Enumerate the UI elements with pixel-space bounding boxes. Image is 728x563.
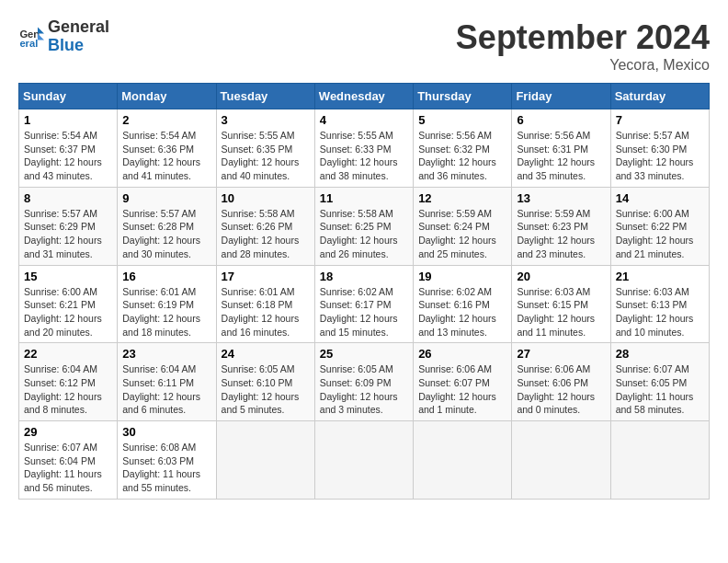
day-number: 9 bbox=[122, 191, 210, 205]
day-number: 8 bbox=[24, 191, 112, 205]
day-info: Sunrise: 5:55 AMSunset: 6:33 PMDaylight:… bbox=[320, 129, 408, 183]
calendar-cell bbox=[314, 421, 413, 500]
calendar-cell bbox=[512, 421, 610, 500]
day-number: 27 bbox=[517, 347, 605, 361]
day-info: Sunrise: 6:03 AMSunset: 6:13 PMDaylight:… bbox=[616, 285, 704, 339]
svg-marker-3 bbox=[38, 33, 44, 40]
day-number: 17 bbox=[222, 270, 310, 283]
month-title: September 2024 bbox=[456, 18, 710, 57]
calendar-week-row: 22Sunrise: 6:04 AMSunset: 6:12 PMDayligh… bbox=[19, 343, 710, 421]
day-number: 6 bbox=[517, 113, 605, 127]
calendar-week-row: 1Sunrise: 5:54 AMSunset: 6:37 PMDaylight… bbox=[19, 109, 710, 188]
day-number: 3 bbox=[222, 113, 310, 127]
weekday-header-monday: Monday bbox=[118, 84, 216, 109]
calendar-cell: 9Sunrise: 5:57 AMSunset: 6:28 PMDaylight… bbox=[118, 187, 216, 265]
weekday-header-friday: Friday bbox=[512, 84, 610, 109]
calendar-cell: 1Sunrise: 5:54 AMSunset: 6:37 PMDaylight… bbox=[19, 109, 118, 188]
day-info: Sunrise: 6:05 AMSunset: 6:10 PMDaylight:… bbox=[222, 362, 310, 417]
day-number: 7 bbox=[616, 113, 704, 127]
page-header: Gen eral General Blue September 2024 Yec… bbox=[18, 18, 710, 74]
day-number: 30 bbox=[122, 425, 210, 439]
day-info: Sunrise: 5:56 AMSunset: 6:32 PMDaylight:… bbox=[418, 129, 506, 183]
svg-marker-2 bbox=[38, 27, 44, 33]
day-info: Sunrise: 6:07 AMSunset: 6:04 PMDaylight:… bbox=[24, 441, 112, 495]
weekday-header-sunday: Sunday bbox=[19, 84, 118, 109]
title-block: September 2024 Yecora, Mexico bbox=[456, 18, 710, 74]
day-number: 1 bbox=[24, 113, 112, 127]
day-number: 13 bbox=[517, 191, 605, 205]
day-info: Sunrise: 5:59 AMSunset: 6:24 PMDaylight:… bbox=[418, 207, 506, 261]
day-number: 29 bbox=[24, 425, 112, 439]
day-info: Sunrise: 6:02 AMSunset: 6:17 PMDaylight:… bbox=[320, 285, 408, 339]
day-number: 26 bbox=[418, 347, 506, 361]
calendar-cell bbox=[216, 421, 314, 500]
calendar-cell: 4Sunrise: 5:55 AMSunset: 6:33 PMDaylight… bbox=[314, 109, 413, 188]
weekday-header-saturday: Saturday bbox=[610, 84, 709, 109]
day-info: Sunrise: 6:06 AMSunset: 6:06 PMDaylight:… bbox=[517, 362, 605, 417]
calendar-week-row: 29Sunrise: 6:07 AMSunset: 6:04 PMDayligh… bbox=[19, 421, 710, 500]
calendar-cell: 21Sunrise: 6:03 AMSunset: 6:13 PMDayligh… bbox=[610, 265, 709, 343]
day-info: Sunrise: 6:08 AMSunset: 6:03 PMDaylight:… bbox=[122, 441, 210, 495]
calendar-cell: 30Sunrise: 6:08 AMSunset: 6:03 PMDayligh… bbox=[118, 421, 216, 500]
day-number: 11 bbox=[320, 191, 408, 205]
day-info: Sunrise: 6:03 AMSunset: 6:15 PMDaylight:… bbox=[517, 285, 605, 339]
day-info: Sunrise: 5:55 AMSunset: 6:35 PMDaylight:… bbox=[222, 129, 310, 183]
day-info: Sunrise: 5:56 AMSunset: 6:31 PMDaylight:… bbox=[517, 129, 605, 183]
calendar-cell: 19Sunrise: 6:02 AMSunset: 6:16 PMDayligh… bbox=[414, 265, 512, 343]
calendar-cell: 7Sunrise: 5:57 AMSunset: 6:30 PMDaylight… bbox=[610, 109, 709, 188]
calendar-cell: 11Sunrise: 5:58 AMSunset: 6:25 PMDayligh… bbox=[314, 187, 413, 265]
calendar-cell: 27Sunrise: 6:06 AMSunset: 6:06 PMDayligh… bbox=[512, 343, 610, 421]
weekday-header-wednesday: Wednesday bbox=[314, 84, 413, 109]
day-number: 22 bbox=[24, 347, 112, 361]
day-number: 28 bbox=[616, 347, 704, 361]
day-number: 2 bbox=[122, 113, 210, 127]
day-number: 24 bbox=[222, 347, 310, 361]
day-info: Sunrise: 5:54 AMSunset: 6:37 PMDaylight:… bbox=[24, 129, 112, 183]
day-info: Sunrise: 6:01 AMSunset: 6:19 PMDaylight:… bbox=[122, 285, 210, 339]
day-number: 23 bbox=[122, 347, 210, 361]
day-info: Sunrise: 6:06 AMSunset: 6:07 PMDaylight:… bbox=[418, 362, 506, 417]
day-number: 10 bbox=[222, 191, 310, 205]
day-number: 14 bbox=[616, 191, 704, 205]
weekday-header-thursday: Thursday bbox=[414, 84, 512, 109]
day-info: Sunrise: 6:05 AMSunset: 6:09 PMDaylight:… bbox=[320, 362, 408, 417]
day-number: 5 bbox=[418, 113, 506, 127]
logo: Gen eral General Blue bbox=[18, 18, 109, 55]
calendar-cell: 2Sunrise: 5:54 AMSunset: 6:36 PMDaylight… bbox=[118, 109, 216, 188]
day-number: 20 bbox=[517, 270, 605, 283]
calendar-cell: 17Sunrise: 6:01 AMSunset: 6:18 PMDayligh… bbox=[216, 265, 314, 343]
calendar-cell: 8Sunrise: 5:57 AMSunset: 6:29 PMDaylight… bbox=[19, 187, 118, 265]
calendar-cell: 3Sunrise: 5:55 AMSunset: 6:35 PMDaylight… bbox=[216, 109, 314, 188]
calendar-cell bbox=[610, 421, 709, 500]
calendar-cell: 23Sunrise: 6:04 AMSunset: 6:11 PMDayligh… bbox=[118, 343, 216, 421]
day-number: 21 bbox=[616, 270, 704, 283]
calendar-cell: 22Sunrise: 6:04 AMSunset: 6:12 PMDayligh… bbox=[19, 343, 118, 421]
day-info: Sunrise: 5:57 AMSunset: 6:30 PMDaylight:… bbox=[616, 129, 704, 183]
day-info: Sunrise: 6:04 AMSunset: 6:11 PMDaylight:… bbox=[122, 362, 210, 417]
calendar-table: SundayMondayTuesdayWednesdayThursdayFrid… bbox=[18, 83, 710, 500]
day-info: Sunrise: 6:04 AMSunset: 6:12 PMDaylight:… bbox=[24, 362, 112, 417]
day-info: Sunrise: 6:01 AMSunset: 6:18 PMDaylight:… bbox=[222, 285, 310, 339]
calendar-cell: 20Sunrise: 6:03 AMSunset: 6:15 PMDayligh… bbox=[512, 265, 610, 343]
day-number: 12 bbox=[418, 191, 506, 205]
day-info: Sunrise: 5:57 AMSunset: 6:29 PMDaylight:… bbox=[24, 207, 112, 261]
day-info: Sunrise: 5:58 AMSunset: 6:25 PMDaylight:… bbox=[320, 207, 408, 261]
weekday-header-tuesday: Tuesday bbox=[216, 84, 314, 109]
calendar-week-row: 8Sunrise: 5:57 AMSunset: 6:29 PMDaylight… bbox=[19, 187, 710, 265]
day-info: Sunrise: 6:07 AMSunset: 6:05 PMDaylight:… bbox=[616, 362, 704, 417]
calendar-cell: 18Sunrise: 6:02 AMSunset: 6:17 PMDayligh… bbox=[314, 265, 413, 343]
calendar-cell: 12Sunrise: 5:59 AMSunset: 6:24 PMDayligh… bbox=[414, 187, 512, 265]
location-subtitle: Yecora, Mexico bbox=[456, 57, 710, 74]
day-info: Sunrise: 6:02 AMSunset: 6:16 PMDaylight:… bbox=[418, 285, 506, 339]
calendar-cell: 24Sunrise: 6:05 AMSunset: 6:10 PMDayligh… bbox=[216, 343, 314, 421]
day-number: 4 bbox=[320, 113, 408, 127]
day-number: 15 bbox=[24, 270, 112, 283]
day-info: Sunrise: 5:58 AMSunset: 6:26 PMDaylight:… bbox=[222, 207, 310, 261]
weekday-header-row: SundayMondayTuesdayWednesdayThursdayFrid… bbox=[19, 84, 710, 109]
calendar-cell: 14Sunrise: 6:00 AMSunset: 6:22 PMDayligh… bbox=[610, 187, 709, 265]
calendar-cell: 5Sunrise: 5:56 AMSunset: 6:32 PMDaylight… bbox=[414, 109, 512, 188]
calendar-cell: 16Sunrise: 6:01 AMSunset: 6:19 PMDayligh… bbox=[118, 265, 216, 343]
day-number: 18 bbox=[320, 270, 408, 283]
day-number: 25 bbox=[320, 347, 408, 361]
svg-text:eral: eral bbox=[19, 38, 38, 49]
